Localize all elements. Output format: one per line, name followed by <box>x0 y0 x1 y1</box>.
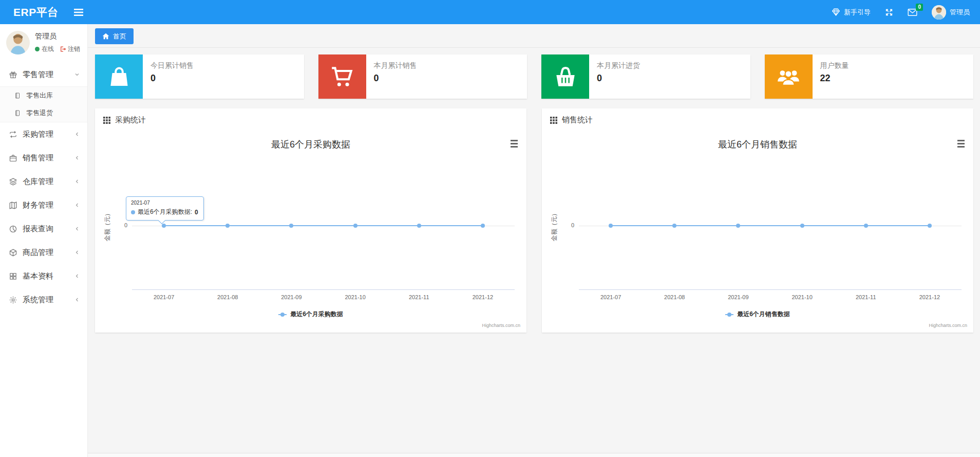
tab-home[interactable]: 首页 <box>95 28 134 44</box>
messages-button[interactable]: 0 <box>908 8 917 16</box>
stat-label: 今日累计销售 <box>150 61 194 70</box>
guide-button[interactable]: 新手引导 <box>832 8 871 17</box>
highcharts-credits-link[interactable]: Highcharts.com.cn <box>929 323 967 328</box>
gift-icon <box>9 70 17 79</box>
sidebar-item-label: 基本资料 <box>23 271 53 281</box>
stat-card-body: 本月累计销售 0 <box>366 54 425 99</box>
sidebar-item-label: 仓库管理 <box>23 177 53 187</box>
top-navbar: ERP平台 新手引导 0 管理员 <box>0 0 980 24</box>
user-status-row: 在线 注销 <box>35 45 80 53</box>
chevron-down-icon <box>74 71 80 78</box>
chart-panels-row: 采购统计 最近6个月采购数据 金额（元） 0 2021-0 <box>88 99 980 333</box>
sidebar-item-warehouse[interactable]: 仓库管理 <box>0 170 87 193</box>
data-point[interactable] <box>417 224 421 228</box>
stat-value: 0 <box>597 73 640 84</box>
x-tick-label: 2021-12 <box>451 294 515 300</box>
legend-item[interactable]: 最近6个月销售数据 <box>542 310 973 319</box>
chevron-left-icon <box>74 131 80 137</box>
y-axis-tick: 0 <box>124 222 127 228</box>
sidebar-item-label: 采购管理 <box>23 130 53 139</box>
sidebar-item-base-data[interactable]: 基本资料 <box>0 264 87 288</box>
fullscreen-button[interactable] <box>885 8 893 16</box>
legend-item[interactable]: 最近6个月采购数据 <box>95 310 526 319</box>
data-point[interactable] <box>928 224 932 228</box>
chevron-left-icon <box>74 297 80 303</box>
avatar <box>932 5 946 20</box>
journal-icon <box>14 92 21 99</box>
data-point[interactable] <box>672 224 676 228</box>
purchase-stats-panel: 采购统计 最近6个月采购数据 金额（元） 0 2021-0 <box>95 108 526 333</box>
data-point[interactable] <box>353 224 357 228</box>
sidebar-menu: 零售管理 零售出库 零售退货 采购管理 <box>0 63 87 312</box>
sidebar-item-label: 报表查询 <box>23 224 53 234</box>
sidebar-item-purchase[interactable]: 采购管理 <box>0 122 87 146</box>
stat-card-body: 用户数量 22 <box>813 54 857 99</box>
user-avatar[interactable] <box>6 31 30 54</box>
data-point[interactable] <box>609 224 613 228</box>
plot-area: 金额（元） 0 2021-07 2021-08 2021-09 2021-10 <box>579 155 962 290</box>
briefcase-icon <box>9 154 17 162</box>
sidebar-item-label: 零售退货 <box>26 108 53 118</box>
mail-badge: 0 <box>916 4 923 11</box>
sidebar-item-label: 商品管理 <box>23 248 53 258</box>
sidebar-item-label: 销售管理 <box>23 153 53 163</box>
sidebar-item-retail-return[interactable]: 零售退货 <box>0 104 87 122</box>
sidebar-item-system[interactable]: 系统管理 <box>0 288 87 312</box>
x-axis-labels: 2021-07 2021-08 2021-09 2021-10 2021-11 … <box>132 294 515 300</box>
x-tick-label: 2021-09 <box>706 294 770 300</box>
sidebar-item-retail[interactable]: 零售管理 <box>0 63 87 86</box>
fullscreen-icon <box>885 8 893 16</box>
stat-card-month-sales: 本月累计销售 0 <box>318 54 527 99</box>
highcharts-credits-link[interactable]: Highcharts.com.cn <box>482 323 520 328</box>
x-tick-label: 2021-11 <box>834 294 898 300</box>
chevron-left-icon <box>74 178 80 185</box>
sidebar-item-products[interactable]: 商品管理 <box>0 241 87 264</box>
sidebar-item-reports[interactable]: 报表查询 <box>0 217 87 241</box>
user-menu[interactable]: 管理员 <box>932 5 970 20</box>
chart-export-menu-icon[interactable] <box>511 140 518 148</box>
panel-header: 销售统计 <box>542 108 973 132</box>
content-footer <box>88 453 980 457</box>
logout-link[interactable]: 注销 <box>60 45 80 53</box>
chevron-left-icon <box>74 273 80 279</box>
y-axis-tick: 0 <box>571 222 574 228</box>
tab-strip: 首页 <box>88 24 980 48</box>
sidebar-submenu-retail: 零售出库 零售退货 <box>0 86 87 122</box>
tooltip-value: 0 <box>195 209 198 216</box>
sidebar-item-sales[interactable]: 销售管理 <box>0 146 87 170</box>
gear-icon <box>9 296 17 304</box>
user-info: 管理员 在线 注销 <box>35 32 80 53</box>
chart-export-menu-icon[interactable] <box>957 140 965 148</box>
data-point[interactable] <box>481 224 485 228</box>
stat-card-month-purchase: 本月累计进货 0 <box>541 54 750 99</box>
layers-icon <box>9 177 17 186</box>
users-icon <box>765 54 813 99</box>
stat-cards-row: 今日累计销售 0 本月累计销售 0 本月累计进货 0 <box>88 48 980 99</box>
x-axis-labels: 2021-07 2021-08 2021-09 2021-10 2021-11 … <box>579 294 962 300</box>
sidebar-item-label: 零售出库 <box>26 91 53 100</box>
series-dot-icon <box>131 210 135 214</box>
data-point[interactable] <box>736 224 740 228</box>
tooltip-series-label: 最近6个月采购数据: <box>138 208 192 216</box>
chart-tooltip: 2021-07 最近6个月采购数据: 0 <box>126 196 204 221</box>
panel-title: 采购统计 <box>115 115 146 125</box>
sidebar-item-finance[interactable]: 财务管理 <box>0 193 87 217</box>
th-grid-icon <box>550 117 557 124</box>
online-label: 在线 <box>42 45 54 53</box>
chevron-left-icon <box>74 202 80 208</box>
sidebar-toggle-button[interactable] <box>74 8 83 16</box>
journal-icon <box>14 109 21 117</box>
sales-stats-panel: 销售统计 最近6个月销售数据 金额（元） 0 2021-0 <box>542 108 973 333</box>
data-point[interactable] <box>800 224 804 228</box>
data-point[interactable] <box>162 224 166 228</box>
shopping-basket-icon <box>541 54 589 99</box>
data-point[interactable] <box>864 224 868 228</box>
panel-title: 销售统计 <box>562 115 593 125</box>
data-point[interactable] <box>289 224 293 228</box>
series-line <box>611 225 930 226</box>
stat-card-body: 本月累计进货 0 <box>589 54 648 99</box>
data-point[interactable] <box>225 224 230 228</box>
brand-logo: ERP平台 <box>0 5 59 20</box>
sign-out-icon <box>60 46 66 52</box>
sidebar-item-retail-outbound[interactable]: 零售出库 <box>0 87 87 104</box>
